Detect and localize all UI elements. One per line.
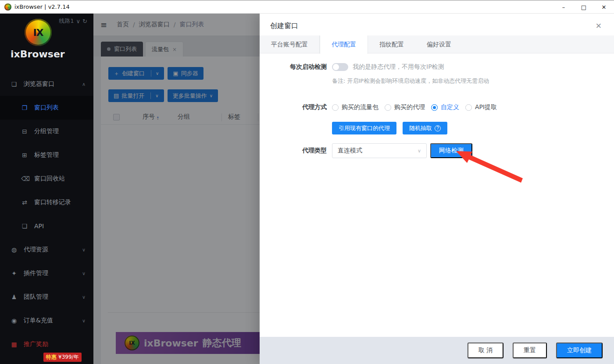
startup-note: 备注: 开启IP检测会影响环境启动速度，如非动态代理无需启动	[332, 77, 489, 85]
tab-preference[interactable]: 偏好设置	[415, 35, 463, 53]
sidebar-item-proxy-resource[interactable]: ◍ 代理资源 ∨	[0, 238, 93, 262]
chevron-down-icon: ∨	[76, 18, 81, 25]
sidebar-item-group-manage[interactable]: ⊟ 分组管理	[0, 120, 93, 143]
gift-icon: ▦	[11, 341, 18, 348]
chevron-down-icon: ∨	[82, 247, 86, 253]
close-window-button[interactable]: ✕	[594, 0, 614, 14]
chevron-down-icon: ∨	[418, 148, 421, 154]
window-title: ixBrowser | v2.7.14	[14, 4, 70, 10]
browser-window-icon: ❏	[11, 81, 18, 88]
radio-icon	[332, 104, 339, 111]
create-window-drawer: 创建窗口 ✕ 平台账号配置 代理配置 指纹配置 偏好设置 每次启动检测 我的是静…	[260, 14, 614, 364]
window-list-icon: ❐	[21, 104, 28, 111]
help-icon: ?	[435, 125, 441, 131]
radio-traffic-pack[interactable]: 购买的流量包	[332, 103, 378, 111]
chevron-down-icon: ∨	[82, 271, 86, 276]
globe-icon: ◍	[11, 246, 18, 253]
reset-button[interactable]: 重置	[513, 343, 547, 358]
tab-proxy-config[interactable]: 代理配置	[320, 35, 368, 54]
create-now-button[interactable]: 立即创建	[556, 343, 603, 358]
chevron-down-icon: ∨	[82, 318, 86, 324]
trash-icon: ⌫	[21, 175, 28, 182]
startup-check-toggle[interactable]	[332, 63, 348, 71]
line-selector-label: 线路1	[59, 17, 74, 25]
brand-name: ixBrowser	[11, 49, 65, 60]
app-window: ixBrowser | v2.7.14 – □ ✕ 线路1 ∨ ↻ IX ixB…	[0, 0, 614, 364]
ref-existing-proxy-button[interactable]: 引用现有窗口的代理	[332, 122, 396, 134]
sidebar-item-team-manage[interactable]: ♟ 团队管理 ∨	[0, 285, 93, 309]
sidebar: 线路1 ∨ ↻ IX ixBrowser ❏ 浏览器窗口 ∧ ❐ 窗口列表 ⊟ …	[0, 14, 93, 364]
sidebar-item-window-list[interactable]: ❐ 窗口列表	[0, 96, 93, 120]
proxy-type-select[interactable]: 直连模式 ∨	[332, 143, 427, 158]
tag-manage-icon: ⊞	[21, 152, 28, 159]
radio-purchased-proxy[interactable]: 购买的代理	[385, 103, 425, 111]
person-icon: ♟	[11, 293, 18, 300]
sidebar-menu: ❏ 浏览器窗口 ∧ ❐ 窗口列表 ⊟ 分组管理 ⊞ 标签管理 ⌫ 窗口回收站 ⇄	[0, 72, 93, 356]
group-manage-icon: ⊟	[21, 128, 28, 135]
api-icon: ❏	[21, 223, 28, 230]
sidebar-item-browser-window[interactable]: ❏ 浏览器窗口 ∧	[0, 72, 93, 96]
close-icon[interactable]: ✕	[596, 21, 602, 30]
sidebar-item-orders-recharge[interactable]: ◉ 订单&充值 ∨	[0, 309, 93, 332]
minimize-button[interactable]: –	[553, 0, 574, 14]
promo-badge: 特惠 ¥399/年	[43, 353, 82, 362]
app-logo-icon	[4, 4, 11, 11]
radio-selected-icon	[431, 104, 438, 111]
line-selector[interactable]: 线路1 ∨ ↻	[59, 17, 87, 25]
coin-icon: ◉	[11, 317, 18, 324]
startup-check-hint: 我的是静态代理，不用每次IP检测	[353, 63, 444, 71]
startup-check-label: 每次启动检测	[260, 63, 332, 71]
proxy-method-label: 代理方式	[260, 103, 332, 111]
network-check-button[interactable]: 网络检测	[430, 143, 472, 158]
sidebar-item-api[interactable]: ❏ API	[0, 214, 93, 238]
drawer-footer: 取 消 重置 立即创建	[260, 337, 614, 364]
refresh-icon[interactable]: ↻	[82, 18, 87, 25]
sidebar-item-plugin-manage[interactable]: ✦ 插件管理 ∨	[0, 262, 93, 285]
tab-platform-account[interactable]: 平台账号配置	[260, 35, 320, 53]
sidebar-item-tag-manage[interactable]: ⊞ 标签管理	[0, 143, 93, 167]
sidebar-item-recycle-bin[interactable]: ⌫ 窗口回收站	[0, 167, 93, 191]
sidebar-item-transfer-log[interactable]: ⇄ 窗口转移记录	[0, 191, 93, 214]
puzzle-icon: ✦	[11, 270, 18, 277]
radio-icon	[465, 104, 472, 111]
proxy-type-label: 代理类型	[260, 147, 332, 155]
chevron-up-icon: ∧	[82, 81, 86, 87]
radio-api-extract[interactable]: API提取	[465, 103, 497, 111]
drawer-tabs: 平台账号配置 代理配置 指纹配置 偏好设置	[260, 35, 614, 53]
maximize-button[interactable]: □	[574, 0, 594, 14]
drawer-title: 创建窗口	[270, 21, 298, 31]
tab-fingerprint-config[interactable]: 指纹配置	[368, 35, 415, 53]
brand-logo-icon: IX	[25, 19, 52, 46]
radio-icon	[385, 104, 391, 111]
titlebar: ixBrowser | v2.7.14 – □ ✕	[0, 0, 614, 14]
chevron-down-icon: ∨	[82, 294, 86, 300]
radio-custom[interactable]: 自定义	[431, 103, 459, 111]
cancel-button[interactable]: 取 消	[468, 343, 503, 358]
random-pick-button[interactable]: 随机抽取 ?	[403, 122, 447, 134]
transfer-icon: ⇄	[21, 199, 28, 206]
